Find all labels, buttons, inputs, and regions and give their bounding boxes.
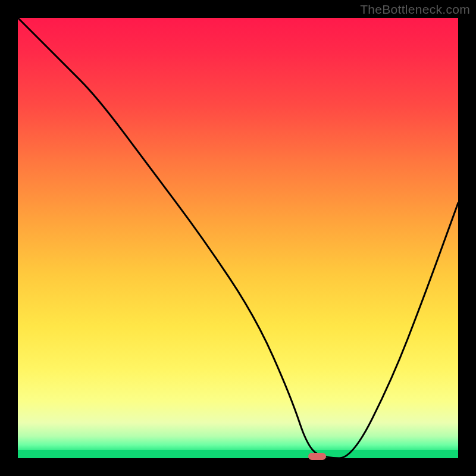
curve-svg xyxy=(18,18,458,458)
plot-area xyxy=(18,18,458,458)
optimal-marker xyxy=(308,453,326,460)
chart-container: TheBottleneck.com xyxy=(0,0,476,476)
watermark-text: TheBottleneck.com xyxy=(360,2,470,17)
bottleneck-curve-path xyxy=(18,18,458,458)
